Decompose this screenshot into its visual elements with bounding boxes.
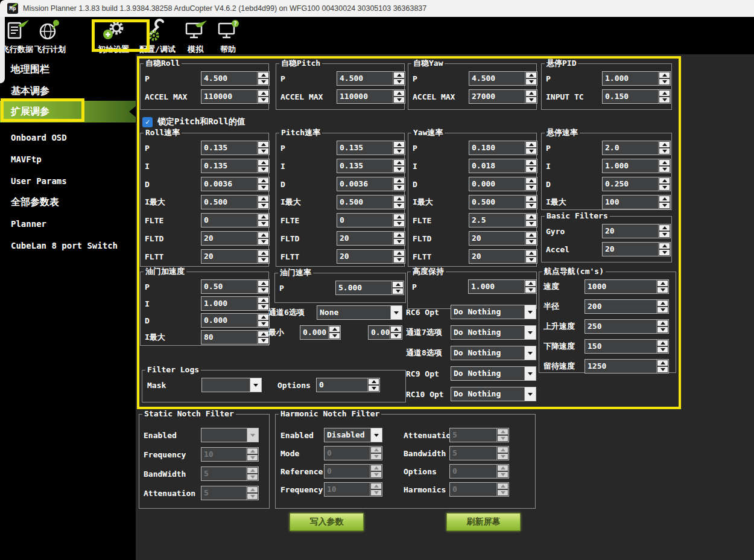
spinner-down-button[interactable]: [369, 386, 379, 391]
spinner-up-button[interactable]: [526, 178, 536, 183]
spinner-field[interactable]: 80: [201, 330, 270, 345]
spinner-up-button[interactable]: [526, 160, 536, 165]
spinner-down-button[interactable]: [526, 257, 536, 262]
spinner-up-button[interactable]: [659, 243, 670, 249]
spinner-down-button[interactable]: [258, 79, 268, 84]
spinner-field[interactable]: 0.0036: [337, 177, 405, 191]
spinner-field[interactable]: 200: [585, 299, 669, 314]
spinner-field[interactable]: 0.50: [201, 279, 270, 294]
refresh-screen-button[interactable]: 刷新屏幕: [446, 513, 521, 531]
spinner-up-button[interactable]: [258, 232, 268, 238]
spinner-field[interactable]: 27000: [469, 89, 537, 104]
dropdown-arrow-button[interactable]: [524, 326, 536, 339]
spinner-up-button[interactable]: [258, 250, 268, 256]
spinner-down-button[interactable]: [258, 287, 268, 293]
spinner-field[interactable]: 0.000: [300, 325, 341, 340]
spinner-down-button[interactable]: [394, 257, 404, 262]
spinner-field[interactable]: 20: [201, 249, 270, 264]
spinner-up-button[interactable]: [394, 196, 404, 202]
toolbar-item-config-tuning[interactable]: 配置/调试: [136, 19, 179, 54]
spinner-up-button[interactable]: [394, 178, 404, 183]
spinner-up-button[interactable]: [393, 282, 403, 287]
spinner-down-button[interactable]: [526, 221, 536, 226]
spinner-down-button[interactable]: [659, 79, 670, 84]
spinner-up-button[interactable]: [258, 196, 268, 202]
spinner-field[interactable]: 0.000: [201, 313, 270, 328]
spinner-up-button[interactable]: [657, 281, 668, 286]
spinner-down-button[interactable]: [657, 367, 668, 372]
spinner-down-button[interactable]: [258, 203, 268, 208]
spinner-up-button[interactable]: [526, 232, 536, 238]
sidebar-item-cn-6[interactable]: 全部参数表: [0, 191, 136, 213]
spinner-field[interactable]: 250: [585, 319, 669, 334]
spinner-up-button[interactable]: [659, 142, 670, 147]
spinner-field[interactable]: 1.000: [602, 71, 671, 86]
dropdown-arrow-button[interactable]: [370, 428, 382, 442]
dropdown-arrow-button[interactable]: [524, 305, 536, 319]
sidebar-item-cn-2[interactable]: 扩展调参: [0, 101, 136, 122]
spinner-down-button[interactable]: [657, 307, 668, 313]
spinner-up-button[interactable]: [657, 360, 668, 366]
spinner-down-button[interactable]: [526, 97, 536, 103]
sidebar-item-mavftp[interactable]: MAVFtp: [0, 148, 136, 170]
spinner-field[interactable]: 0.135: [337, 141, 405, 155]
spinner-up-button[interactable]: [391, 326, 401, 332]
spinner-up-button[interactable]: [657, 340, 668, 346]
spinner-field[interactable]: 0.000: [469, 177, 537, 191]
spinner-up-button[interactable]: [394, 214, 404, 220]
spinner-field[interactable]: 20: [602, 224, 671, 238]
spinner-field[interactable]: 1.000: [468, 279, 537, 294]
spinner-up-button[interactable]: [526, 91, 536, 96]
spinner-down-button[interactable]: [394, 97, 404, 103]
spinner-down-button[interactable]: [394, 221, 404, 226]
spinner-up-button[interactable]: [394, 91, 404, 96]
toolbar-item-simulation[interactable]: 模拟: [180, 19, 211, 54]
dropdown-arrow-button[interactable]: [524, 387, 536, 401]
spinner-down-button[interactable]: [393, 288, 403, 294]
spinner-down-button[interactable]: [258, 304, 268, 310]
spinner-field[interactable]: 0: [201, 213, 270, 228]
spinner-down-button[interactable]: [394, 185, 404, 190]
sidebar-item-cubelan-8-port-switch[interactable]: CubeLan 8 port Switch: [0, 235, 136, 256]
spinner-down-button[interactable]: [258, 321, 268, 326]
spinner-field[interactable]: 0.150: [602, 89, 671, 104]
spinner-up-button[interactable]: [329, 326, 340, 332]
spinner-down-button[interactable]: [659, 97, 670, 103]
spinner-down-button[interactable]: [258, 338, 268, 343]
spinner-field[interactable]: 20: [469, 249, 537, 264]
spinner-field[interactable]: 20: [201, 231, 270, 246]
spinner-field[interactable]: 1.000: [602, 159, 671, 173]
spinner-up-button[interactable]: [526, 196, 536, 202]
dropdown-field[interactable]: Do Nothing: [451, 366, 536, 381]
spinner-down-button[interactable]: [526, 167, 536, 172]
spinner-field[interactable]: 4.500: [469, 71, 537, 86]
write-params-button[interactable]: 写入参数: [290, 513, 364, 531]
dropdown-arrow-button[interactable]: [524, 367, 536, 380]
spinner-field[interactable]: 0.500: [201, 195, 270, 209]
spinner-field[interactable]: 1.000: [201, 296, 270, 311]
spinner-down-button[interactable]: [394, 79, 404, 84]
spinner-down-button[interactable]: [394, 203, 404, 208]
dropdown-field[interactable]: Do Nothing: [451, 387, 536, 401]
spinner-up-button[interactable]: [258, 160, 268, 165]
spinner-up-button[interactable]: [258, 298, 268, 303]
sidebar-item-user-params[interactable]: User Params: [0, 170, 136, 192]
dropdown-field[interactable]: None: [317, 305, 402, 320]
spinner-up-button[interactable]: [394, 72, 404, 78]
spinner-up-button[interactable]: [659, 196, 670, 202]
spinner-up-button[interactable]: [659, 178, 670, 183]
spinner-down-button[interactable]: [526, 79, 536, 84]
spinner-field[interactable]: 1250: [585, 359, 669, 374]
spinner-down-button[interactable]: [659, 167, 670, 172]
spinner-down-button[interactable]: [258, 97, 268, 103]
spinner-up-button[interactable]: [525, 281, 536, 286]
spinner-down-button[interactable]: [659, 232, 670, 237]
spinner-up-button[interactable]: [258, 178, 268, 183]
spinner-up-button[interactable]: [258, 214, 268, 220]
spinner-field[interactable]: 1000: [585, 279, 669, 294]
spinner-up-button[interactable]: [657, 320, 668, 326]
spinner-down-button[interactable]: [329, 333, 340, 339]
spinner-down-button[interactable]: [258, 185, 268, 190]
spinner-up-button[interactable]: [394, 232, 404, 238]
dropdown-field[interactable]: [201, 378, 262, 392]
